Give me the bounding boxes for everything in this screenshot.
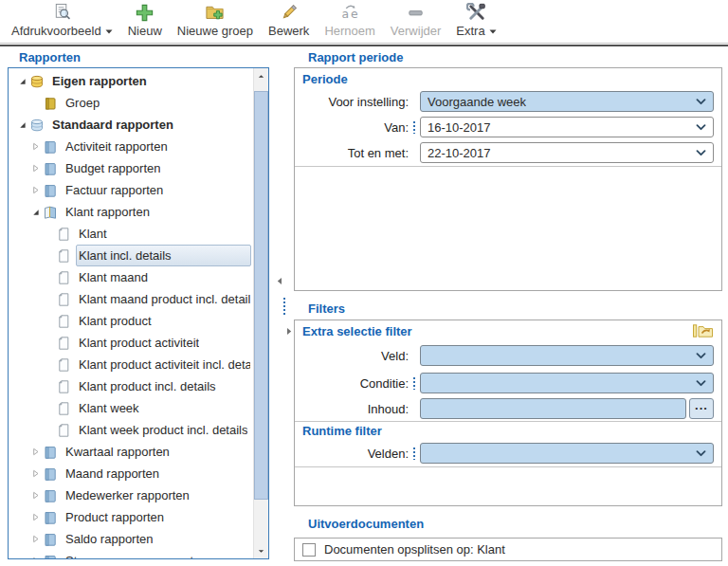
extra-label: Extra xyxy=(456,24,484,38)
tree-item[interactable]: Eigen rapporten xyxy=(9,70,253,92)
tree-item[interactable]: Standaard rapporten xyxy=(9,114,253,136)
voor-instelling-select[interactable]: Voorgaande week xyxy=(420,91,714,112)
inhoud-browse-button[interactable]: ... xyxy=(689,398,714,419)
section-divider xyxy=(295,166,721,167)
tree-item[interactable]: Klant week xyxy=(9,397,253,419)
tree-scrollbar[interactable] xyxy=(253,68,268,558)
split-documents-checkbox[interactable] xyxy=(302,543,316,557)
document-icon xyxy=(56,336,71,351)
new-group-button[interactable]: Nieuwe groep xyxy=(170,2,261,39)
book-blue-icon xyxy=(43,183,58,198)
book-blue-icon xyxy=(43,532,58,547)
book-blue-icon xyxy=(43,445,58,460)
reports-tree: Eigen rapporten Groep Standaard rapporte… xyxy=(8,67,269,559)
document-icon xyxy=(56,314,71,329)
expander-collapsed-icon[interactable] xyxy=(31,491,40,500)
splitter-handle[interactable] xyxy=(283,298,285,317)
scrollbar-thumb[interactable] xyxy=(254,91,268,500)
scroll-up-button[interactable] xyxy=(254,68,268,83)
tree-item[interactable]: Klant maand xyxy=(9,266,253,288)
split-documents-row: Documenten opsplitsen op: Klant xyxy=(302,539,714,560)
splitter-collapse-left-icon[interactable] xyxy=(277,277,282,285)
expander-collapsed-icon[interactable] xyxy=(31,513,40,521)
expander-collapsed-icon[interactable] xyxy=(31,469,40,478)
print-preview-button[interactable]: Afdrukvoorbeeld xyxy=(4,2,120,39)
tree-item[interactable]: Maand rapporten xyxy=(9,463,253,484)
section-divider xyxy=(295,466,721,467)
conditie-label: Conditie: xyxy=(295,376,409,391)
database-yellow-icon xyxy=(29,74,45,89)
tree-item[interactable]: Klant rapporten xyxy=(9,201,253,223)
expander-expanded-icon[interactable] xyxy=(18,120,27,129)
dropdown-caret-icon[interactable] xyxy=(105,29,113,34)
tree-item[interactable]: Factuur rapporten xyxy=(9,179,253,201)
scroll-down-icon xyxy=(257,547,265,556)
tree-item-selected[interactable]: Klant incl. details xyxy=(9,245,253,266)
tree-item[interactable]: Budget rapporten xyxy=(9,157,253,179)
velden-label: Velden: xyxy=(295,447,409,461)
veld-select[interactable] xyxy=(420,345,714,366)
velden-row: Velden: xyxy=(295,443,721,464)
expander-collapsed-icon[interactable] xyxy=(31,447,40,456)
book-blue-icon xyxy=(43,139,58,155)
document-icon xyxy=(56,423,71,438)
edit-icon xyxy=(279,3,299,23)
tree-item[interactable]: Klant product activiteit incl. details xyxy=(9,354,253,375)
scroll-up-icon xyxy=(257,72,265,81)
new-button[interactable]: Nieuw xyxy=(120,2,170,39)
tot-en-met-date-select[interactable]: 22-10-2017 xyxy=(420,142,714,163)
van-row: Van: 16-10-2017 xyxy=(295,117,721,137)
book-open-icon xyxy=(43,205,58,220)
tree-item[interactable]: Stam gegevens rapporten xyxy=(9,550,253,558)
chevron-down-icon xyxy=(696,353,706,359)
tree-item[interactable]: Groep xyxy=(9,92,253,114)
expander-collapsed-icon[interactable] xyxy=(31,142,40,151)
edit-button[interactable]: Bewerk xyxy=(261,2,317,39)
conditie-select[interactable] xyxy=(420,373,714,393)
filters-groupbox: Extra selectie filter Veld: Conditie: In… xyxy=(294,320,722,506)
tree-item[interactable]: Saldo rapporten xyxy=(9,528,253,550)
filters-title: Filters xyxy=(308,301,345,316)
voor-instelling-row: Voor instelling: Voorgaande week xyxy=(295,91,721,112)
inhoud-input[interactable] xyxy=(420,398,686,419)
tree-item[interactable]: Klant product xyxy=(9,310,253,332)
rename-button: Hernoem xyxy=(317,2,382,39)
new-group-icon xyxy=(205,3,225,23)
velden-select[interactable] xyxy=(420,443,714,464)
extra-button[interactable]: Extra xyxy=(448,2,503,39)
tree-item[interactable]: Klant product activiteit xyxy=(9,332,253,354)
tree-rows: Eigen rapporten Groep Standaard rapporte… xyxy=(9,70,253,558)
expander-collapsed-icon[interactable] xyxy=(31,535,40,543)
dropdown-caret-icon[interactable] xyxy=(489,29,497,34)
scroll-down-button[interactable] xyxy=(254,543,268,558)
extra-selectie-filter-title: Extra selectie filter xyxy=(302,324,412,338)
uitvoerdocumenten-groupbox: Documenten opsplitsen op: Klant xyxy=(294,538,722,561)
tot-en-met-row: Tot en met: 22-10-2017 xyxy=(295,142,721,163)
tree-item[interactable]: Kwartaal rapporten xyxy=(9,441,253,463)
tree-item[interactable]: Klant maand product incl. details xyxy=(9,288,253,310)
expander-collapsed-icon[interactable] xyxy=(31,164,40,173)
load-filter-icon[interactable] xyxy=(692,323,714,338)
tree-item[interactable]: Klant product incl. details xyxy=(9,375,253,397)
expander-collapsed-icon[interactable] xyxy=(31,186,40,194)
new-group-label: Nieuwe groep xyxy=(177,24,253,38)
book-blue-icon xyxy=(43,466,58,482)
inhoud-label: Inhoud: xyxy=(295,402,409,416)
tree-item[interactable]: Klant xyxy=(9,223,253,245)
splitter-collapse-right-icon[interactable] xyxy=(286,327,292,336)
voor-instelling-label: Voor instelling: xyxy=(295,95,409,109)
expander-expanded-icon[interactable] xyxy=(18,77,27,85)
expander-collapsed-icon[interactable] xyxy=(31,557,40,558)
drag-handle-icon xyxy=(413,447,415,460)
section-divider xyxy=(295,421,721,422)
expander-expanded-icon[interactable] xyxy=(31,208,40,216)
chevron-down-icon xyxy=(696,150,706,156)
veld-row: Veld: xyxy=(295,345,721,366)
tree-item[interactable]: Product rapporten xyxy=(9,506,253,528)
tree-item[interactable]: Klant week product incl. details xyxy=(9,419,253,441)
document-icon xyxy=(56,292,71,307)
inhoud-row: Inhoud: ... xyxy=(295,398,721,419)
tree-item[interactable]: Medewerker rapporten xyxy=(9,484,253,506)
van-date-select[interactable]: 16-10-2017 xyxy=(420,117,714,137)
tree-item[interactable]: Activiteit rapporten xyxy=(9,136,253,157)
